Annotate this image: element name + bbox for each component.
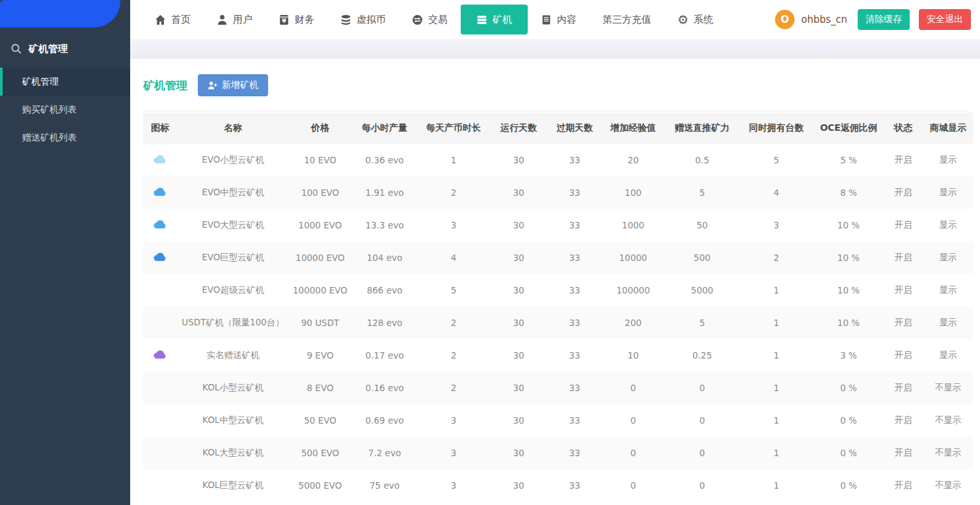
cell-hourly_output: 0.17 evo (351, 339, 418, 372)
cell-mall_display: 显示 (923, 307, 973, 339)
table-row: USDT矿机（限量100台）90 USDT128 evo230332005110… (143, 307, 973, 339)
cell-daily_hours: 2 (418, 339, 489, 372)
avatar[interactable]: O (775, 10, 795, 29)
cell-name: EVO小型云矿机 (177, 144, 289, 176)
cell-run_days: 30 (489, 144, 548, 176)
cell-name: 实名赠送矿机 (177, 339, 289, 372)
cell-daily_hours: 3 (418, 437, 489, 469)
cell-daily_hours: 4 (418, 241, 489, 274)
nav-item-trade[interactable]: 交易 (399, 0, 461, 39)
cell-icon (143, 209, 177, 241)
cell-expire_days: 33 (548, 209, 601, 241)
cell-run_days: 30 (489, 176, 548, 209)
sidebar-item-gifted-miner-list[interactable]: 赠送矿机列表 (0, 124, 130, 152)
cell-exp_gain: 0 (601, 469, 665, 502)
cell-max_owned: 4 (739, 176, 813, 209)
logout-button[interactable]: 安全退出 (919, 9, 971, 30)
cell-hourly_output: 128 evo (351, 307, 418, 339)
cell-icon (143, 241, 177, 274)
cell-mall_display: 显示 (923, 144, 973, 176)
cell-gift_power: 5 (665, 176, 739, 209)
cell-oce_rate: 0 % (813, 404, 884, 437)
cell-gift_power: 5 (665, 307, 739, 339)
clear-cache-button[interactable]: 清除缓存 (858, 9, 910, 30)
cell-exp_gain: 20 (601, 144, 665, 176)
cell-mall_display: 显示 (923, 274, 973, 307)
cell-exp_gain: 100000 (601, 274, 665, 307)
cell-expire_days: 33 (548, 307, 601, 339)
cell-hourly_output: 75 evo (351, 469, 418, 502)
username[interactable]: ohbbs_cn (801, 14, 847, 25)
cell-gift_power: 0.5 (665, 144, 739, 176)
cell-name: EVO超级云矿机 (177, 274, 289, 307)
cell-hourly_output: 0.16 evo (351, 372, 418, 404)
cell-daily_hours: 2 (418, 372, 489, 404)
cell-expire_days: 33 (548, 176, 601, 209)
nav-item-finance[interactable]: ¥财务 (265, 0, 327, 39)
logo[interactable] (0, 0, 120, 27)
cell-max_owned: 5 (739, 144, 813, 176)
miner-cloud-icon (153, 220, 167, 231)
nav-item-label: 内容 (557, 14, 577, 26)
cell-name: EVO巨型云矿机 (177, 241, 289, 274)
nav-item-third-party-recharge[interactable]: 第三方充值 (590, 0, 664, 39)
cell-hourly_output: 0.69 evo (351, 404, 418, 437)
cell-oce_rate: 0 % (813, 437, 884, 469)
nav-item-label: 第三方充值 (603, 14, 651, 26)
sidebar-item-miner-management[interactable]: 矿机管理 (0, 68, 130, 96)
cell-icon (143, 307, 177, 339)
cell-status: 开启 (884, 372, 923, 404)
cell-name: EVO中型云矿机 (177, 176, 289, 209)
cell-oce_rate: 0 % (813, 372, 884, 404)
cell-mall_display: 显示 (923, 209, 973, 241)
cell-run_days: 30 (489, 274, 548, 307)
nav-item-system[interactable]: ⚙系统 (664, 0, 726, 39)
add-miner-button[interactable]: 新增矿机 (198, 74, 268, 96)
cell-name: KOL大型云矿机 (177, 437, 289, 469)
cell-expire_days: 33 (548, 274, 601, 307)
cell-oce_rate: 10 % (813, 241, 884, 274)
column-header-mall_display: 商城显示 (923, 113, 973, 144)
nav-item-content[interactable]: 内容 (528, 0, 590, 39)
cell-mall_display: 不显示 (923, 469, 973, 502)
nav-item-label: 首页 (171, 14, 191, 26)
nav-item-miner[interactable]: 矿机 (461, 5, 528, 34)
cell-oce_rate: 10 % (813, 209, 884, 241)
cell-gift_power: 50 (665, 209, 739, 241)
nav-item-users[interactable]: 用户 (204, 0, 265, 39)
cell-icon (143, 437, 177, 469)
column-header-icon: 图标 (143, 113, 177, 144)
nav-item-home[interactable]: 首页 (142, 0, 204, 39)
nav-item-label: 交易 (428, 14, 448, 26)
cell-run_days: 30 (489, 339, 548, 372)
cell-oce_rate: 10 % (813, 274, 884, 307)
table-row: EVO小型云矿机10 EVO0.36 evo13033200.555 %开启显示 (143, 144, 973, 176)
cell-name: EVO大型云矿机 (177, 209, 289, 241)
sidebar-item-purchased-miner-list[interactable]: 购买矿机列表 (0, 96, 130, 124)
cell-mall_display: 显示 (923, 241, 973, 274)
cell-exp_gain: 0 (601, 372, 665, 404)
main-nav: 首页用户¥财务虚拟币交易矿机内容第三方充值⚙系统 (142, 0, 726, 39)
table-row: EVO巨型云矿机10000 EVO104 evo4303310000500210… (143, 241, 973, 274)
cell-price: 500 EVO (289, 437, 351, 469)
cell-price: 5000 EVO (289, 469, 351, 502)
main-content: 矿机管理 新增矿机 图标名称价格每小时产量每天产币时长运行天数过期天数增加经验值… (130, 59, 980, 505)
cell-max_owned: 1 (739, 404, 813, 437)
cell-price: 50 EVO (289, 404, 351, 437)
cell-icon (143, 144, 177, 176)
table-row: KOL大型云矿机500 EVO7.2 evo330330010 %开启不显示 (143, 437, 973, 469)
sidebar-menu: 矿机管理购买矿机列表赠送矿机列表 (0, 68, 130, 152)
coins-icon (340, 14, 351, 25)
nav-item-virtual-coin[interactable]: 虚拟币 (327, 0, 399, 39)
cell-expire_days: 33 (548, 339, 601, 372)
cell-name: KOL中型云矿机 (177, 404, 289, 437)
cell-status: 开启 (884, 241, 923, 274)
user-area: O ohbbs_cn 清除缓存 安全退出 (775, 9, 971, 30)
divider (143, 111, 967, 111)
cell-icon (143, 372, 177, 404)
cell-hourly_output: 866 evo (351, 274, 418, 307)
cell-name: KOL小型云矿机 (177, 372, 289, 404)
cell-expire_days: 33 (548, 372, 601, 404)
cell-status: 开启 (884, 339, 923, 372)
sidebar-title: 矿机管理 (29, 43, 68, 55)
